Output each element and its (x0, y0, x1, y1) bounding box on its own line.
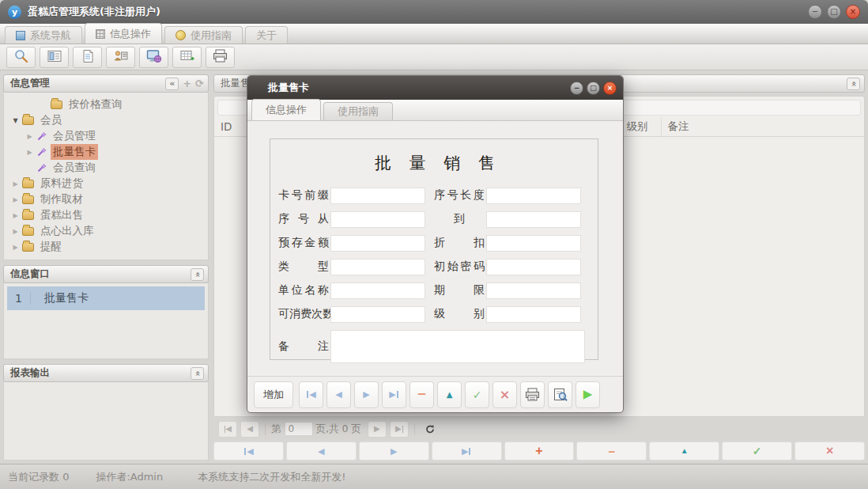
next-page-button[interactable]: ▶ (368, 421, 387, 438)
tab-关于[interactable]: 关于 (245, 26, 288, 44)
tree-arrow-icon[interactable]: ▶ (25, 133, 35, 140)
next-dialog-button[interactable]: ▶ (354, 381, 379, 408)
column-header-备注[interactable]: 备注 (662, 117, 865, 136)
collapse-up-icon[interactable]: « (191, 367, 204, 380)
column-header-级别[interactable]: 级别 (621, 117, 662, 136)
field-label: 到 (434, 212, 485, 226)
tree-arrow-icon[interactable]: ▶ (25, 149, 35, 156)
dialog-toolbar-buttons: ◀◀▶▶−▲✓×▶ (299, 381, 600, 408)
last-record-button[interactable]: ▶ (432, 442, 502, 461)
table-add-button[interactable] (172, 47, 202, 68)
tree-item-批量售卡[interactable]: ▶批量售卡 (4, 144, 208, 160)
tree-item-按价格查询[interactable]: 按价格查询 (4, 97, 208, 112)
tree-arrow-icon[interactable]: ▶ (10, 228, 21, 235)
tree-item-提醒[interactable]: ▶提醒 (4, 239, 208, 255)
dialog-maximize-button[interactable]: □ (587, 82, 600, 95)
dialog-toolbar: 增加 ◀◀▶▶−▲✓×▶ (247, 376, 623, 412)
tree-arrow-icon[interactable]: ▶ (10, 196, 21, 203)
field-input-级别[interactable] (486, 306, 581, 323)
confirm-dialog-button[interactable]: ✓ (465, 381, 489, 408)
add-icon[interactable]: + (183, 78, 191, 89)
tree-item-会员查询[interactable]: 会员查询 (4, 160, 208, 176)
tree-item-label: 按价格查询 (66, 97, 125, 112)
tree-item-蛋糕出售[interactable]: ▶蛋糕出售 (4, 207, 208, 223)
remove-dialog-button[interactable]: − (409, 381, 434, 408)
maximize-button[interactable]: □ (827, 5, 841, 19)
add-record-button[interactable]: 增加 (254, 381, 293, 408)
tree-item-会员[interactable]: ▼会员 (4, 112, 208, 128)
dialog-minimize-button[interactable]: − (570, 82, 583, 95)
field-input-初始密码[interactable] (486, 259, 581, 275)
dialog-close-button[interactable]: × (603, 82, 617, 95)
field-input-卡号前缀[interactable] (330, 188, 425, 204)
collapse-up-icon[interactable]: « (191, 268, 204, 281)
tree-arrow-icon[interactable]: ▶ (10, 244, 21, 251)
page-number-input[interactable] (285, 422, 313, 436)
tree-item-点心出入库[interactable]: ▶点心出入库 (4, 223, 208, 239)
field-input-类型[interactable] (330, 259, 425, 275)
dialog-tab-bar: 信息操作使用指南 (247, 100, 623, 121)
remove-record-button[interactable]: − (576, 442, 647, 461)
add-record-button[interactable]: + (504, 442, 575, 461)
form-row: 单位名称期限 (278, 279, 598, 302)
dialog-titlebar[interactable]: 批量售卡 − □ × (247, 76, 623, 100)
edit-record-button[interactable]: ▲ (649, 442, 719, 461)
cancel-dialog-button[interactable]: × (492, 381, 517, 408)
preview-dialog-button[interactable] (548, 381, 572, 408)
dialog-tab-信息操作[interactable]: 信息操作 (251, 99, 321, 120)
dialog-tab-使用指南[interactable]: 使用指南 (323, 102, 393, 120)
collapse-up-icon[interactable]: « (847, 78, 860, 90)
monitor-globe-button[interactable] (139, 47, 168, 68)
tab-系统导航[interactable]: 系统导航 (5, 26, 82, 44)
field-input-单位名称[interactable] (330, 282, 425, 299)
first-dialog-button[interactable]: ◀ (299, 381, 323, 408)
run-dialog-button[interactable]: ▶ (576, 381, 600, 408)
print-dialog-button[interactable] (520, 381, 545, 408)
search-button[interactable] (6, 47, 36, 68)
field-input-序号从[interactable] (330, 211, 425, 228)
field-input-预存金额[interactable] (330, 235, 425, 252)
first-record-button[interactable]: ◀ (213, 442, 284, 461)
tree-arrow-icon[interactable]: ▶ (10, 212, 21, 219)
section-title: 信息窗口 (10, 267, 50, 281)
field-input-期限[interactable] (486, 282, 581, 299)
tab-信息操作[interactable]: 信息操作 (85, 23, 162, 44)
field-input-序号长度[interactable] (486, 188, 581, 204)
prev-record-button[interactable]: ◀ (286, 442, 357, 461)
form-button[interactable] (40, 47, 69, 68)
last-dialog-button[interactable]: ▶ (382, 381, 406, 408)
printer-button[interactable] (206, 47, 235, 68)
tree-arrow-icon[interactable]: ▼ (10, 117, 21, 124)
next-record-button[interactable]: ▶ (359, 442, 429, 461)
refresh-icon[interactable]: ⟳ (195, 78, 204, 89)
window-title: 蛋糕店管理系统(非注册用户) (28, 5, 160, 19)
wand-icon (36, 163, 47, 173)
first-page-button[interactable]: ◀ (218, 421, 237, 438)
refresh-button[interactable] (421, 421, 440, 438)
field-label: 卡号前缀 (278, 188, 329, 203)
field-input-可消费次数[interactable] (330, 306, 425, 323)
confirm-record-button[interactable]: ✓ (722, 442, 792, 461)
cancel-record-button[interactable]: × (794, 442, 865, 461)
tree-arrow-icon[interactable]: ▶ (10, 180, 21, 188)
edit-dialog-button[interactable]: ▲ (437, 381, 462, 408)
prev-dialog-button[interactable]: ◀ (326, 381, 351, 408)
tab-使用指南[interactable]: 使用指南 (164, 26, 243, 44)
document-button[interactable] (73, 47, 102, 68)
tree-item-会员管理[interactable]: ▶会员管理 (4, 128, 208, 144)
divider (414, 423, 415, 435)
last-page-button[interactable]: ▶ (390, 421, 409, 438)
tree-item-label: 会员管理 (51, 128, 98, 144)
user-card-button[interactable] (106, 47, 135, 68)
tree-item-制作取材[interactable]: ▶制作取材 (4, 191, 208, 207)
tree-item-原料进货[interactable]: ▶原料进货 (4, 176, 208, 191)
grid-icon (96, 29, 105, 39)
collapse-left-icon[interactable]: « (165, 78, 179, 90)
prev-page-button[interactable]: ◀ (240, 421, 259, 438)
field-input-到[interactable] (486, 211, 581, 228)
close-button[interactable]: × (846, 5, 860, 19)
minimize-button[interactable]: − (808, 5, 822, 19)
field-input-备注[interactable] (330, 330, 585, 363)
field-input-折扣[interactable] (486, 235, 581, 252)
list-item[interactable]: 1批量售卡 (7, 286, 205, 310)
